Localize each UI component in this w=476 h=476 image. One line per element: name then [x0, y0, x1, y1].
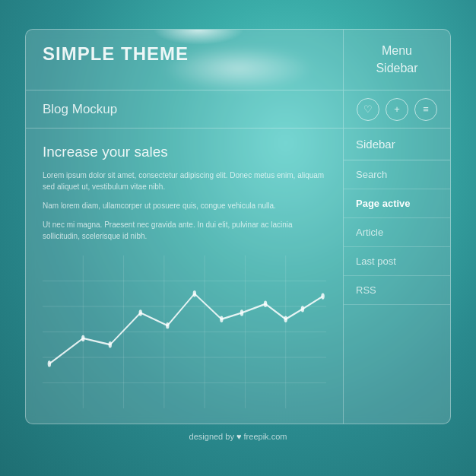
line-chart [43, 255, 326, 408]
svg-point-21 [301, 306, 304, 312]
svg-point-22 [321, 293, 324, 299]
svg-point-16 [193, 290, 196, 297]
heart-icon-button[interactable]: ♡ [357, 98, 379, 121]
header-row: SIMPLE THEME MenuSidebar [26, 30, 450, 90]
svg-point-15 [166, 322, 169, 328]
svg-point-19 [264, 300, 267, 306]
svg-point-14 [139, 309, 142, 316]
nav-icons-area: ♡ + ≡ [344, 90, 450, 128]
sidebar-item-last-post[interactable]: Last post [344, 247, 450, 276]
content-paragraph-1: Lorem ipsum dolor sit amet, consectetur … [43, 170, 326, 192]
content-heading: Increase your sales [43, 144, 326, 160]
svg-point-12 [81, 335, 84, 341]
footer-text: designed by ♥ freepik.com [189, 432, 287, 441]
content-row: Increase your sales Lorem ipsum dolor si… [26, 129, 450, 424]
header-menu-area: MenuSidebar [344, 30, 450, 90]
menu-icon-button[interactable]: ≡ [414, 98, 437, 121]
sidebar-item-page-active[interactable]: Page active [344, 189, 450, 218]
sidebar: Sidebar Search Page active Article Last … [344, 129, 450, 424]
sidebar-header: Sidebar [344, 129, 450, 160]
svg-point-13 [109, 341, 112, 347]
nav-row: Blog Mockup ♡ + ≡ [26, 90, 450, 129]
header-title-area: SIMPLE THEME [26, 30, 344, 90]
svg-point-18 [240, 309, 243, 316]
content-paragraph-3: Ut nec mi magna. Praesent nec gravida an… [43, 219, 326, 242]
svg-point-17 [220, 316, 223, 322]
content-paragraph-2: Nam lorem diam, ullamcorper ut posuere q… [43, 200, 326, 211]
svg-point-20 [284, 316, 287, 322]
outer-container: SIMPLE THEME MenuSidebar Blog Mockup ♡ +… [25, 29, 451, 447]
main-card: SIMPLE THEME MenuSidebar Blog Mockup ♡ +… [25, 29, 451, 424]
menu-sidebar-label: MenuSidebar [376, 43, 417, 77]
footer: designed by ♥ freepik.com [25, 432, 451, 441]
svg-point-11 [48, 360, 51, 367]
sidebar-item-rss[interactable]: RSS [344, 276, 450, 305]
sidebar-item-article[interactable]: Article [344, 218, 450, 247]
blog-mockup-label: Blog Mockup [43, 102, 117, 117]
site-title: SIMPLE THEME [43, 43, 326, 65]
main-content: Increase your sales Lorem ipsum dolor si… [26, 129, 344, 424]
chart-area [43, 255, 326, 408]
nav-blog-area: Blog Mockup [26, 90, 344, 128]
sidebar-item-search[interactable]: Search [344, 160, 450, 189]
plus-icon-button[interactable]: + [386, 98, 408, 121]
